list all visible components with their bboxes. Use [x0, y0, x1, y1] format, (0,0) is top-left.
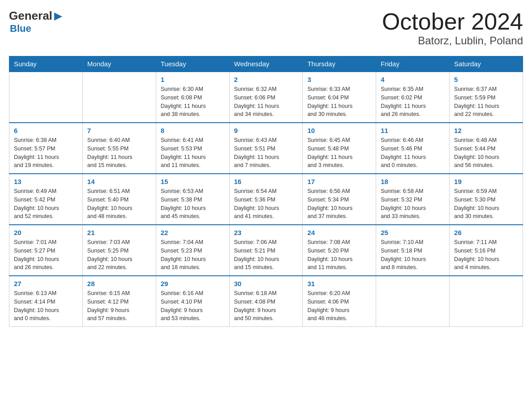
calendar-cell: 3Sunrise: 6:33 AMSunset: 6:04 PMDaylight…: [303, 72, 376, 123]
day-info: Sunrise: 6:59 AMSunset: 5:30 PMDaylight:…: [454, 187, 518, 221]
day-info: Sunrise: 6:49 AMSunset: 5:42 PMDaylight:…: [14, 187, 78, 221]
day-number: 29: [161, 280, 225, 287]
calendar-cell: 10Sunrise: 6:45 AMSunset: 5:48 PMDayligh…: [303, 123, 376, 174]
calendar-cell: 17Sunrise: 6:56 AMSunset: 5:34 PMDayligh…: [303, 174, 376, 225]
logo: General Blue: [9, 9, 62, 34]
day-number: 15: [161, 178, 225, 185]
calendar-cell: 31Sunrise: 6:20 AMSunset: 4:06 PMDayligh…: [303, 276, 376, 327]
calendar-cell: 12Sunrise: 6:48 AMSunset: 5:44 PMDayligh…: [450, 123, 523, 174]
calendar-cell: 5Sunrise: 6:37 AMSunset: 5:59 PMDaylight…: [450, 72, 523, 123]
day-number: 26: [454, 229, 518, 236]
calendar-title-block: October 2024 Batorz, Lublin, Poland: [382, 9, 523, 47]
week-row-1: 1Sunrise: 6:30 AMSunset: 6:08 PMDaylight…: [9, 72, 523, 123]
calendar-cell: [450, 276, 523, 327]
day-number: 24: [307, 229, 371, 236]
calendar-cell: 25Sunrise: 7:10 AMSunset: 5:18 PMDayligh…: [376, 225, 450, 276]
calendar-title: October 2024: [382, 9, 523, 34]
day-info: Sunrise: 6:18 AMSunset: 4:08 PMDaylight:…: [234, 289, 298, 323]
weekday-header-saturday: Saturday: [450, 56, 523, 72]
weekday-header-friday: Friday: [376, 56, 450, 72]
day-info: Sunrise: 7:10 AMSunset: 5:18 PMDaylight:…: [381, 238, 445, 272]
day-info: Sunrise: 7:08 AMSunset: 5:20 PMDaylight:…: [307, 238, 371, 272]
day-number: 7: [87, 127, 151, 134]
day-info: Sunrise: 6:20 AMSunset: 4:06 PMDaylight:…: [307, 289, 371, 323]
day-info: Sunrise: 6:51 AMSunset: 5:40 PMDaylight:…: [87, 187, 151, 221]
weekday-header-wednesday: Wednesday: [229, 56, 303, 72]
week-row-5: 27Sunrise: 6:13 AMSunset: 4:14 PMDayligh…: [9, 276, 523, 327]
day-number: 19: [454, 178, 518, 185]
day-number: 30: [234, 280, 298, 287]
day-info: Sunrise: 6:54 AMSunset: 5:36 PMDaylight:…: [234, 187, 298, 221]
day-info: Sunrise: 6:38 AMSunset: 5:57 PMDaylight:…: [14, 136, 78, 170]
day-number: 20: [14, 229, 78, 236]
day-number: 27: [14, 280, 78, 287]
calendar-cell: 8Sunrise: 6:41 AMSunset: 5:53 PMDaylight…: [156, 123, 229, 174]
calendar-cell: 21Sunrise: 7:03 AMSunset: 5:25 PMDayligh…: [82, 225, 156, 276]
day-info: Sunrise: 7:01 AMSunset: 5:27 PMDaylight:…: [14, 238, 78, 272]
day-number: 8: [161, 127, 225, 134]
calendar-cell: 16Sunrise: 6:54 AMSunset: 5:36 PMDayligh…: [229, 174, 303, 225]
calendar-cell: [9, 72, 83, 123]
calendar-cell: 19Sunrise: 6:59 AMSunset: 5:30 PMDayligh…: [450, 174, 523, 225]
day-number: 21: [87, 229, 151, 236]
day-info: Sunrise: 6:33 AMSunset: 6:04 PMDaylight:…: [307, 85, 371, 119]
calendar-cell: 22Sunrise: 7:04 AMSunset: 5:23 PMDayligh…: [156, 225, 229, 276]
day-number: 22: [161, 229, 225, 236]
day-number: 28: [87, 280, 151, 287]
calendar-cell: 7Sunrise: 6:40 AMSunset: 5:55 PMDaylight…: [82, 123, 156, 174]
day-number: 23: [234, 229, 298, 236]
calendar-cell: 9Sunrise: 6:43 AMSunset: 5:51 PMDaylight…: [229, 123, 303, 174]
day-info: Sunrise: 7:06 AMSunset: 5:21 PMDaylight:…: [234, 238, 298, 272]
weekday-header-thursday: Thursday: [303, 56, 376, 72]
day-info: Sunrise: 6:37 AMSunset: 5:59 PMDaylight:…: [454, 85, 518, 119]
day-number: 25: [381, 229, 445, 236]
calendar-cell: 11Sunrise: 6:46 AMSunset: 5:46 PMDayligh…: [376, 123, 450, 174]
logo-general-text: General: [9, 9, 52, 23]
svg-marker-0: [54, 13, 62, 21]
day-number: 1: [161, 76, 225, 83]
day-info: Sunrise: 6:46 AMSunset: 5:46 PMDaylight:…: [381, 136, 445, 170]
day-number: 10: [307, 127, 371, 134]
day-info: Sunrise: 6:30 AMSunset: 6:08 PMDaylight:…: [161, 85, 225, 119]
day-info: Sunrise: 6:40 AMSunset: 5:55 PMDaylight:…: [87, 136, 151, 170]
day-info: Sunrise: 6:43 AMSunset: 5:51 PMDaylight:…: [234, 136, 298, 170]
calendar-cell: 27Sunrise: 6:13 AMSunset: 4:14 PMDayligh…: [9, 276, 83, 327]
day-number: 2: [234, 76, 298, 83]
calendar-cell: [376, 276, 450, 327]
logo-arrow-icon: [54, 13, 62, 22]
weekday-header-tuesday: Tuesday: [156, 56, 229, 72]
weekday-header-monday: Monday: [82, 56, 156, 72]
day-info: Sunrise: 7:04 AMSunset: 5:23 PMDaylight:…: [161, 238, 225, 272]
logo-blue-text: Blue: [10, 23, 31, 34]
day-number: 3: [307, 76, 371, 83]
calendar-cell: 26Sunrise: 7:11 AMSunset: 5:16 PMDayligh…: [450, 225, 523, 276]
calendar-cell: 13Sunrise: 6:49 AMSunset: 5:42 PMDayligh…: [9, 174, 83, 225]
calendar-cell: 28Sunrise: 6:15 AMSunset: 4:12 PMDayligh…: [82, 276, 156, 327]
day-info: Sunrise: 6:45 AMSunset: 5:48 PMDaylight:…: [307, 136, 371, 170]
calendar-cell: 29Sunrise: 6:16 AMSunset: 4:10 PMDayligh…: [156, 276, 229, 327]
calendar-cell: 18Sunrise: 6:58 AMSunset: 5:32 PMDayligh…: [376, 174, 450, 225]
day-number: 6: [14, 127, 78, 134]
day-info: Sunrise: 7:03 AMSunset: 5:25 PMDaylight:…: [87, 238, 151, 272]
calendar-cell: [82, 72, 156, 123]
day-number: 14: [87, 178, 151, 185]
calendar-cell: 6Sunrise: 6:38 AMSunset: 5:57 PMDaylight…: [9, 123, 83, 174]
day-info: Sunrise: 7:11 AMSunset: 5:16 PMDaylight:…: [454, 238, 518, 272]
day-info: Sunrise: 6:53 AMSunset: 5:38 PMDaylight:…: [161, 187, 225, 221]
calendar-cell: 14Sunrise: 6:51 AMSunset: 5:40 PMDayligh…: [82, 174, 156, 225]
calendar-header-row: SundayMondayTuesdayWednesdayThursdayFrid…: [9, 56, 523, 72]
day-info: Sunrise: 6:41 AMSunset: 5:53 PMDaylight:…: [161, 136, 225, 170]
calendar-cell: 23Sunrise: 7:06 AMSunset: 5:21 PMDayligh…: [229, 225, 303, 276]
day-number: 13: [14, 178, 78, 185]
calendar-table: SundayMondayTuesdayWednesdayThursdayFrid…: [9, 56, 523, 327]
day-number: 11: [381, 127, 445, 134]
week-row-2: 6Sunrise: 6:38 AMSunset: 5:57 PMDaylight…: [9, 123, 523, 174]
week-row-4: 20Sunrise: 7:01 AMSunset: 5:27 PMDayligh…: [9, 225, 523, 276]
calendar-cell: 15Sunrise: 6:53 AMSunset: 5:38 PMDayligh…: [156, 174, 229, 225]
day-info: Sunrise: 6:13 AMSunset: 4:14 PMDaylight:…: [14, 289, 78, 323]
calendar-cell: 4Sunrise: 6:35 AMSunset: 6:02 PMDaylight…: [376, 72, 450, 123]
day-info: Sunrise: 6:48 AMSunset: 5:44 PMDaylight:…: [454, 136, 518, 170]
calendar-cell: 1Sunrise: 6:30 AMSunset: 6:08 PMDaylight…: [156, 72, 229, 123]
day-number: 31: [307, 280, 371, 287]
calendar-cell: 2Sunrise: 6:32 AMSunset: 6:06 PMDaylight…: [229, 72, 303, 123]
